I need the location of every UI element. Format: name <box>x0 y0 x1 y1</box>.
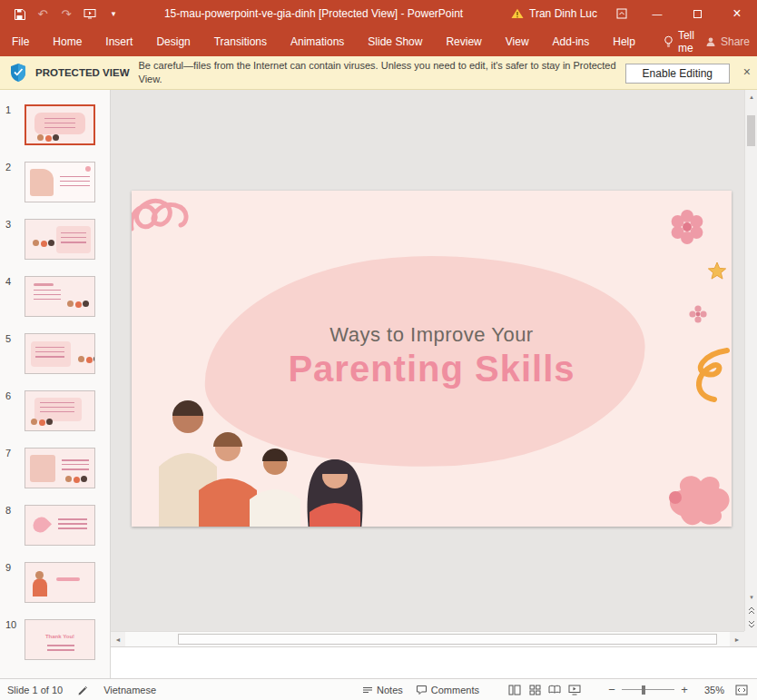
slide-thumbnail-2[interactable] <box>25 162 95 202</box>
flower-icon <box>669 209 705 245</box>
scroll-down-icon[interactable]: ▾ <box>745 590 757 604</box>
tab-slide-show[interactable]: Slide Show <box>356 27 434 56</box>
scroll-up-icon[interactable]: ▴ <box>745 90 757 104</box>
slide-sorter-view-button[interactable] <box>525 681 545 699</box>
comments-label: Comments <box>431 685 479 695</box>
ribbon-display-options-icon[interactable] <box>606 0 637 27</box>
tab-design[interactable]: Design <box>144 27 202 56</box>
account-area[interactable]: Tran Dinh Luc <box>502 7 606 20</box>
fit-to-window-icon <box>735 685 748 695</box>
slide-canvas-area: Ways to Improve Your Parenting Skills ▴ … <box>111 90 757 646</box>
small-flower-icon <box>689 305 707 323</box>
tab-file[interactable]: File <box>0 27 41 56</box>
reading-view-button[interactable] <box>545 681 565 699</box>
slide-sorter-icon <box>529 685 541 695</box>
title-bar: ↶ ↷ ▾ 15-mau-powerpoint-ve-gia-dinh [Pro… <box>0 0 757 27</box>
thumbnail-row-1: 1 <box>0 104 111 150</box>
scroll-right-icon[interactable]: ► <box>730 632 744 646</box>
tab-transitions[interactable]: Transitions <box>202 27 279 56</box>
horizontal-scrollbar-track[interactable] <box>125 632 730 646</box>
redo-icon[interactable]: ↷ <box>54 0 78 27</box>
banner-close-icon[interactable]: × <box>743 65 751 78</box>
slide-number: 7 <box>5 448 11 458</box>
horizontal-scrollbar-thumb[interactable] <box>178 634 717 645</box>
maximize-icon <box>693 10 702 18</box>
protected-view-message: Be careful—files from the Internet can c… <box>139 59 634 86</box>
zoom-slider-thumb[interactable] <box>642 685 645 695</box>
person-icon <box>705 36 716 47</box>
undo-icon[interactable]: ↶ <box>31 0 54 27</box>
notes-icon <box>362 685 373 695</box>
slide-thumbnail-3[interactable] <box>25 219 95 260</box>
slide-number: 9 <box>5 562 11 573</box>
qat-customize-icon[interactable]: ▾ <box>102 0 125 27</box>
tab-review[interactable]: Review <box>434 27 493 56</box>
notes-button[interactable]: Notes <box>362 685 403 695</box>
double-chevron-down-icon <box>748 620 755 628</box>
slide-thumbnail-6[interactable] <box>25 390 95 431</box>
shield-icon <box>9 63 27 83</box>
vertical-scrollbar[interactable]: ▴ ▾ <box>744 90 757 631</box>
save-icon[interactable] <box>7 0 31 27</box>
normal-view-icon <box>508 685 521 695</box>
slide-thumbnail-9[interactable] <box>25 562 95 603</box>
status-bar: Slide 1 of 10 Vietnamese Notes Comments <box>0 678 757 700</box>
slide-thumbnail-10[interactable]: Thank You! <box>25 619 95 660</box>
fit-slide-to-window-button[interactable] <box>732 681 752 699</box>
protected-view-label: PROTECTED VIEW <box>35 67 130 78</box>
slide-thumbnail-8[interactable] <box>25 505 95 546</box>
thumbnail-row-9: 9 <box>0 562 111 607</box>
zoom-in-button[interactable]: + <box>677 681 692 699</box>
vertical-scrollbar-thumb[interactable] <box>747 115 755 146</box>
slide-show-icon <box>568 685 581 695</box>
minimize-button[interactable]: — <box>637 0 677 27</box>
tab-home[interactable]: Home <box>41 27 93 56</box>
scrollbar-corner <box>744 631 757 646</box>
tell-me-label: Tell me <box>678 29 694 54</box>
share-label: Share <box>721 35 750 48</box>
thumbnail-row-2: 2 <box>0 162 111 207</box>
enable-editing-button[interactable]: Enable Editing <box>625 64 730 84</box>
thumbnail-row-10: 10 Thank You! <box>0 619 111 665</box>
slide-indicator: Slide 1 of 10 <box>7 685 63 695</box>
slide-thumbnail-4[interactable] <box>25 276 95 317</box>
notes-label: Notes <box>377 685 403 695</box>
tab-insert[interactable]: Insert <box>93 27 144 56</box>
tell-me-button[interactable]: Tell me <box>653 27 705 56</box>
notes-pane-collapsed[interactable] <box>111 646 757 678</box>
tab-add-ins[interactable]: Add-ins <box>541 27 602 56</box>
star-icon <box>707 261 727 281</box>
slide-subtitle: Ways to Improve Your <box>132 323 732 347</box>
next-slide-button[interactable] <box>745 617 757 631</box>
proofing-icon[interactable] <box>77 684 89 695</box>
tab-help[interactable]: Help <box>601 27 647 56</box>
previous-slide-button[interactable] <box>745 604 757 617</box>
thumbnail-row-6: 6 <box>0 390 111 436</box>
slide-number: 3 <box>5 219 11 230</box>
maximize-button[interactable] <box>677 0 717 27</box>
slide-number: 8 <box>5 505 11 516</box>
slide-number: 2 <box>5 162 11 173</box>
normal-view-button[interactable] <box>505 681 525 699</box>
zoom-slider[interactable] <box>622 681 674 699</box>
thumbnail-row-8: 8 <box>0 505 111 550</box>
slide-thumbnail-7[interactable] <box>25 448 95 488</box>
zoom-level[interactable]: 35% <box>695 685 724 695</box>
slide-thumbnail-1[interactable] <box>25 104 95 145</box>
share-button[interactable]: Share <box>705 27 750 56</box>
slide-number: 1 <box>5 104 11 115</box>
zoom-out-button[interactable]: − <box>605 681 619 699</box>
tab-view[interactable]: View <box>494 27 541 56</box>
slide-show-view-button[interactable] <box>565 681 585 699</box>
pink-squiggle-decoration <box>132 192 203 247</box>
protected-view-banner: PROTECTED VIEW Be careful—files from the… <box>0 56 757 90</box>
language-status[interactable]: Vietnamese <box>103 685 156 695</box>
slide-number: 10 <box>5 619 16 630</box>
close-button[interactable]: × <box>717 0 757 27</box>
slideshow-from-beginning-icon[interactable] <box>78 0 102 27</box>
tab-animations[interactable]: Animations <box>279 27 356 56</box>
slide-thumbnail-5[interactable] <box>25 333 95 374</box>
horizontal-scrollbar[interactable]: ◄ ► <box>111 631 744 646</box>
scroll-left-icon[interactable]: ◄ <box>111 632 125 646</box>
comments-button[interactable]: Comments <box>416 685 479 695</box>
